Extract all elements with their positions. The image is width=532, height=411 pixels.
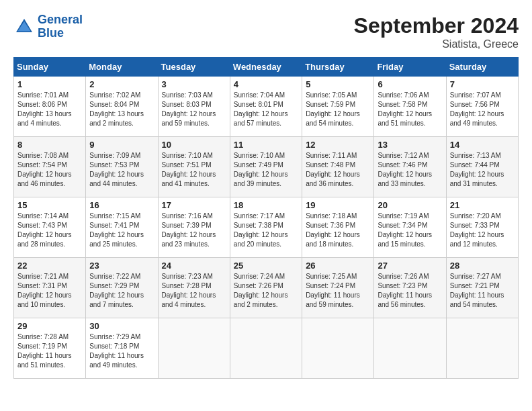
week-row-4: 22 Sunrise: 7:21 AM Sunset: 7:31 PM Dayl… (14, 258, 519, 318)
day-number: 27 (378, 261, 442, 271)
day-number: 18 (234, 200, 298, 210)
day-number: 26 (306, 261, 370, 271)
day-number: 7 (450, 79, 515, 89)
day-detail: Sunrise: 7:25 AM Sunset: 7:24 PM Dayligh… (306, 272, 370, 310)
day-detail: Sunrise: 7:20 AM Sunset: 7:33 PM Dayligh… (450, 212, 515, 249)
calendar-table: Sunday Monday Tuesday Wednesday Thursday… (13, 57, 519, 379)
day-detail: Sunrise: 7:29 AM Sunset: 7:18 PM Dayligh… (89, 332, 154, 370)
day-27: 27 Sunrise: 7:26 AM Sunset: 7:23 PM Dayl… (374, 258, 446, 318)
logo-icon (13, 16, 35, 38)
day-number: 28 (450, 261, 515, 271)
day-number: 23 (89, 261, 154, 271)
day-number: 21 (450, 200, 515, 210)
month-heading: September 2024 (354, 13, 519, 38)
day-3: 3 Sunrise: 7:03 AM Sunset: 8:03 PM Dayli… (158, 77, 230, 137)
day-8: 8 Sunrise: 7:08 AM Sunset: 7:54 PM Dayli… (14, 137, 86, 197)
day-detail: Sunrise: 7:27 AM Sunset: 7:21 PM Dayligh… (450, 272, 515, 310)
day-number: 29 (17, 321, 82, 331)
page-header: GeneralBlue September 2024 Siatista, Gre… (13, 13, 519, 50)
day-26: 26 Sunrise: 7:25 AM Sunset: 7:24 PM Dayl… (302, 258, 374, 318)
day-detail: Sunrise: 7:01 AM Sunset: 8:06 PM Dayligh… (17, 91, 82, 128)
day-detail: Sunrise: 7:21 AM Sunset: 7:31 PM Dayligh… (17, 272, 82, 310)
day-6: 6 Sunrise: 7:06 AM Sunset: 7:58 PM Dayli… (374, 77, 446, 137)
day-number: 12 (306, 140, 370, 150)
day-detail: Sunrise: 7:23 AM Sunset: 7:28 PM Dayligh… (162, 272, 226, 310)
day-7: 7 Sunrise: 7:07 AM Sunset: 7:56 PM Dayli… (446, 77, 518, 137)
day-25: 25 Sunrise: 7:24 AM Sunset: 7:26 PM Dayl… (230, 258, 302, 318)
col-friday: Friday (374, 58, 446, 77)
day-22: 22 Sunrise: 7:21 AM Sunset: 7:31 PM Dayl… (14, 258, 86, 318)
col-wednesday: Wednesday (230, 58, 302, 77)
day-detail: Sunrise: 7:02 AM Sunset: 8:04 PM Dayligh… (89, 91, 154, 128)
day-12: 12 Sunrise: 7:11 AM Sunset: 7:48 PM Dayl… (302, 137, 374, 197)
day-number: 1 (17, 79, 82, 89)
col-monday: Monday (86, 58, 158, 77)
day-detail: Sunrise: 7:24 AM Sunset: 7:26 PM Dayligh… (234, 272, 298, 310)
day-number: 11 (234, 140, 298, 150)
day-11: 11 Sunrise: 7:10 AM Sunset: 7:49 PM Dayl… (230, 137, 302, 197)
day-detail: Sunrise: 7:12 AM Sunset: 7:46 PM Dayligh… (378, 151, 442, 189)
week-row-3: 15 Sunrise: 7:14 AM Sunset: 7:43 PM Dayl… (14, 197, 519, 258)
day-5: 5 Sunrise: 7:05 AM Sunset: 7:59 PM Dayli… (302, 77, 374, 137)
day-number: 16 (89, 200, 154, 210)
day-detail: Sunrise: 7:06 AM Sunset: 7:58 PM Dayligh… (378, 91, 442, 128)
month-title: September 2024 Siatista, Greece (354, 13, 519, 50)
day-detail: Sunrise: 7:22 AM Sunset: 7:29 PM Dayligh… (89, 272, 154, 310)
col-sunday: Sunday (14, 58, 86, 77)
day-number: 19 (306, 200, 370, 210)
day-detail: Sunrise: 7:13 AM Sunset: 7:44 PM Dayligh… (450, 151, 515, 189)
day-number: 15 (17, 200, 82, 210)
column-headers: Sunday Monday Tuesday Wednesday Thursday… (14, 58, 519, 77)
day-detail: Sunrise: 7:05 AM Sunset: 7:59 PM Dayligh… (306, 91, 370, 128)
day-number: 20 (378, 200, 442, 210)
week-row-2: 8 Sunrise: 7:08 AM Sunset: 7:54 PM Dayli… (14, 137, 519, 197)
day-number: 17 (162, 200, 226, 210)
col-saturday: Saturday (446, 58, 518, 77)
day-number: 5 (306, 79, 370, 89)
day-9: 9 Sunrise: 7:09 AM Sunset: 7:53 PM Dayli… (86, 137, 158, 197)
day-15: 15 Sunrise: 7:14 AM Sunset: 7:43 PM Dayl… (14, 197, 86, 258)
day-number: 13 (378, 140, 442, 150)
day-detail: Sunrise: 7:17 AM Sunset: 7:38 PM Dayligh… (234, 212, 298, 249)
day-detail: Sunrise: 7:08 AM Sunset: 7:54 PM Dayligh… (17, 151, 82, 189)
day-16: 16 Sunrise: 7:15 AM Sunset: 7:41 PM Dayl… (86, 197, 158, 258)
empty-cell (446, 318, 518, 379)
week-row-5: 29 Sunrise: 7:28 AM Sunset: 7:19 PM Dayl… (14, 318, 519, 379)
empty-cell (302, 318, 374, 379)
day-10: 10 Sunrise: 7:10 AM Sunset: 7:51 PM Dayl… (158, 137, 230, 197)
day-detail: Sunrise: 7:28 AM Sunset: 7:19 PM Dayligh… (17, 332, 82, 370)
day-4: 4 Sunrise: 7:04 AM Sunset: 8:01 PM Dayli… (230, 77, 302, 137)
location-heading: Siatista, Greece (354, 38, 519, 50)
day-18: 18 Sunrise: 7:17 AM Sunset: 7:38 PM Dayl… (230, 197, 302, 258)
day-detail: Sunrise: 7:09 AM Sunset: 7:53 PM Dayligh… (89, 151, 154, 189)
day-30: 30 Sunrise: 7:29 AM Sunset: 7:18 PM Dayl… (86, 318, 158, 379)
day-number: 6 (378, 79, 442, 89)
empty-cell (230, 318, 302, 379)
day-number: 3 (162, 79, 226, 89)
col-thursday: Thursday (302, 58, 374, 77)
day-number: 24 (162, 261, 226, 271)
day-detail: Sunrise: 7:16 AM Sunset: 7:39 PM Dayligh… (162, 212, 226, 249)
empty-cell (374, 318, 446, 379)
day-number: 30 (89, 321, 154, 331)
week-row-1: 1 Sunrise: 7:01 AM Sunset: 8:06 PM Dayli… (14, 77, 519, 137)
day-21: 21 Sunrise: 7:20 AM Sunset: 7:33 PM Dayl… (446, 197, 518, 258)
day-detail: Sunrise: 7:15 AM Sunset: 7:41 PM Dayligh… (89, 212, 154, 249)
day-number: 8 (17, 140, 82, 150)
day-29: 29 Sunrise: 7:28 AM Sunset: 7:19 PM Dayl… (14, 318, 86, 379)
day-detail: Sunrise: 7:03 AM Sunset: 8:03 PM Dayligh… (162, 91, 226, 128)
day-number: 9 (89, 140, 154, 150)
day-number: 25 (234, 261, 298, 271)
day-20: 20 Sunrise: 7:19 AM Sunset: 7:34 PM Dayl… (374, 197, 446, 258)
logo-text: GeneralBlue (38, 13, 83, 40)
day-detail: Sunrise: 7:26 AM Sunset: 7:23 PM Dayligh… (378, 272, 442, 310)
day-detail: Sunrise: 7:04 AM Sunset: 8:01 PM Dayligh… (234, 91, 298, 128)
day-19: 19 Sunrise: 7:18 AM Sunset: 7:36 PM Dayl… (302, 197, 374, 258)
day-2: 2 Sunrise: 7:02 AM Sunset: 8:04 PM Dayli… (86, 77, 158, 137)
day-24: 24 Sunrise: 7:23 AM Sunset: 7:28 PM Dayl… (158, 258, 230, 318)
day-detail: Sunrise: 7:11 AM Sunset: 7:48 PM Dayligh… (306, 151, 370, 189)
day-number: 10 (162, 140, 226, 150)
day-17: 17 Sunrise: 7:16 AM Sunset: 7:39 PM Dayl… (158, 197, 230, 258)
day-number: 22 (17, 261, 82, 271)
day-28: 28 Sunrise: 7:27 AM Sunset: 7:21 PM Dayl… (446, 258, 518, 318)
